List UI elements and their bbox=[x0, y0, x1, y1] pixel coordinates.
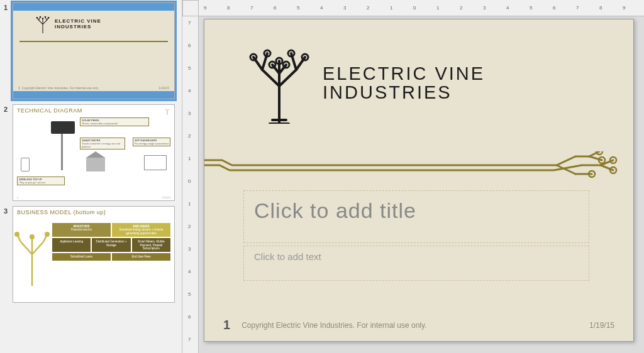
pole-graphic bbox=[61, 134, 63, 170]
thumbnail-number: 1 bbox=[4, 3, 13, 99]
callout-app-dashboard: APP DASHBOARDFor energy usage assessment bbox=[133, 138, 170, 146]
thumbnail-slide-1[interactable]: ELECTRIC VINE INDUSTRIES 1 Copyright Ele… bbox=[13, 3, 175, 99]
page-number: 1 bbox=[223, 318, 230, 332]
slide-edit-area: 9876543210123456789 765432101234567 bbox=[182, 0, 644, 353]
block-investors: INVESTORSFinancial returns bbox=[52, 223, 111, 237]
ruler-corner bbox=[182, 0, 199, 16]
slide-footer: 1 Copyright Electric Vine Industries. Fo… bbox=[18, 86, 169, 90]
block-appliance-leasing: Appliance Leasing bbox=[52, 238, 91, 252]
callout-smart-meter: SMART METERTracks customer's energy use … bbox=[80, 138, 125, 149]
circuit-tree-icon bbox=[13, 223, 51, 286]
vertical-ruler[interactable]: 765432101234567 bbox=[182, 16, 199, 353]
house-graphic bbox=[86, 158, 105, 171]
circuit-tree-icon bbox=[163, 106, 172, 115]
solar-panel-graphic bbox=[51, 121, 75, 134]
business-model-blocks: INVESTORSFinancial returns END USERSSust… bbox=[52, 223, 170, 262]
thumbnail-number: 3 bbox=[4, 206, 13, 303]
title-slide-preview: ELECTRIC VINE INDUSTRIES 1 Copyright Ele… bbox=[13, 3, 174, 99]
title-placeholder[interactable]: Click to add title bbox=[243, 190, 589, 243]
logo-text: ELECTRIC VINE INDUSTRIES bbox=[323, 64, 485, 102]
horizontal-ruler[interactable]: 9876543210123456789 bbox=[199, 0, 644, 16]
company-logo: ELECTRIC VINE INDUSTRIES bbox=[35, 14, 101, 33]
circuit-divider bbox=[204, 151, 635, 179]
slide-footer: 1 Copyright Electric Vine Industries. Fo… bbox=[223, 318, 614, 332]
callout-solar-panel: SOLAR PANELGreen, reasonable and powerfu… bbox=[80, 117, 149, 126]
svg-point-0 bbox=[36, 17, 38, 19]
slide-thumbnails-panel[interactable]: 1 ELECTRIC VINE INDUSTRIES bbox=[0, 0, 182, 353]
logo-text-line1: ELECTRIC VINE bbox=[323, 64, 485, 83]
diagram-area: SOLAR PANELGreen, reasonable and powerfu… bbox=[17, 117, 170, 193]
thumbnail-number: 2 bbox=[4, 104, 13, 201]
page-number: 1 bbox=[18, 86, 20, 90]
svg-point-6 bbox=[30, 234, 35, 239]
phone-graphic bbox=[21, 158, 30, 171]
footer-date: 1/19/15 bbox=[158, 86, 169, 90]
thumbnail-slide-3[interactable]: BUSINESS MODEL (bottom up) INVESTORSFina… bbox=[13, 206, 175, 303]
svg-point-2 bbox=[42, 18, 44, 19]
slide-title: BUSINESS MODEL (bottom up) bbox=[17, 209, 106, 215]
thumbnail-slide-2[interactable]: TECHNICAL DIAGRAM SOLAR PANELGreen, reas… bbox=[13, 104, 175, 201]
page-number: 2 bbox=[17, 196, 18, 199]
circuit-tree-icon bbox=[35, 14, 51, 33]
laptop-graphic bbox=[144, 155, 167, 170]
title-placeholder-text: Click to add title bbox=[254, 198, 579, 223]
thumbnail-row: 3 BUSINESS MODEL (bottom up) INVESTORSFi… bbox=[4, 206, 178, 303]
decorative-bar bbox=[13, 91, 174, 99]
block-end-user-fees: End User Fees bbox=[112, 253, 170, 260]
company-logo: ELECTRIC VINE INDUSTRIES bbox=[245, 42, 485, 124]
block-subsidized-loans: Subsidized Loans bbox=[52, 253, 111, 260]
circuit-tree-icon bbox=[245, 42, 314, 124]
slide-title: TECHNICAL DIAGRAM bbox=[17, 107, 82, 114]
slide-footer: 2 1/19/15 bbox=[17, 196, 170, 199]
slide-canvas[interactable]: ELECTRIC VINE INDUSTRIES bbox=[204, 19, 634, 342]
callout-wireless-topup: WIRELESS TOP UP"Pay as you go" service bbox=[17, 176, 65, 185]
svg-point-5 bbox=[14, 232, 19, 237]
svg-point-7 bbox=[45, 232, 50, 237]
block-distributed-generation: Distributed Generation + Storage bbox=[92, 238, 130, 252]
footer-text: Copyright Electric Vine Industries. For … bbox=[22, 86, 99, 90]
circuit-divider bbox=[19, 41, 168, 42]
block-smart-meters: Smart Meters, Mobile Payment, Prepaid Su… bbox=[132, 238, 170, 252]
svg-point-4 bbox=[48, 17, 50, 19]
footer-date: 1/19/15 bbox=[589, 321, 614, 330]
block-end-users: END USERSSustained energy access + incom… bbox=[112, 223, 170, 237]
logo-text-line2: INDUSTRIES bbox=[323, 83, 485, 102]
thumbnail-row: 1 ELECTRIC VINE INDUSTRIES bbox=[4, 3, 178, 99]
text-placeholder-text: Click to add text bbox=[254, 251, 579, 262]
footer-date: 1/19/15 bbox=[162, 196, 170, 199]
svg-point-3 bbox=[45, 16, 47, 18]
svg-point-1 bbox=[40, 16, 42, 18]
decorative-bar bbox=[13, 3, 174, 11]
logo-text-line2: INDUSTRIES bbox=[55, 24, 101, 30]
text-placeholder[interactable]: Click to add text bbox=[243, 246, 589, 281]
footer-copyright: Copyright Electric Vine Industries. For … bbox=[242, 321, 426, 330]
thumbnail-row: 2 TECHNICAL DIAGRAM SOLAR PANELGreen, re… bbox=[4, 104, 178, 201]
logo-text-line1: ELECTRIC VINE bbox=[55, 18, 101, 24]
